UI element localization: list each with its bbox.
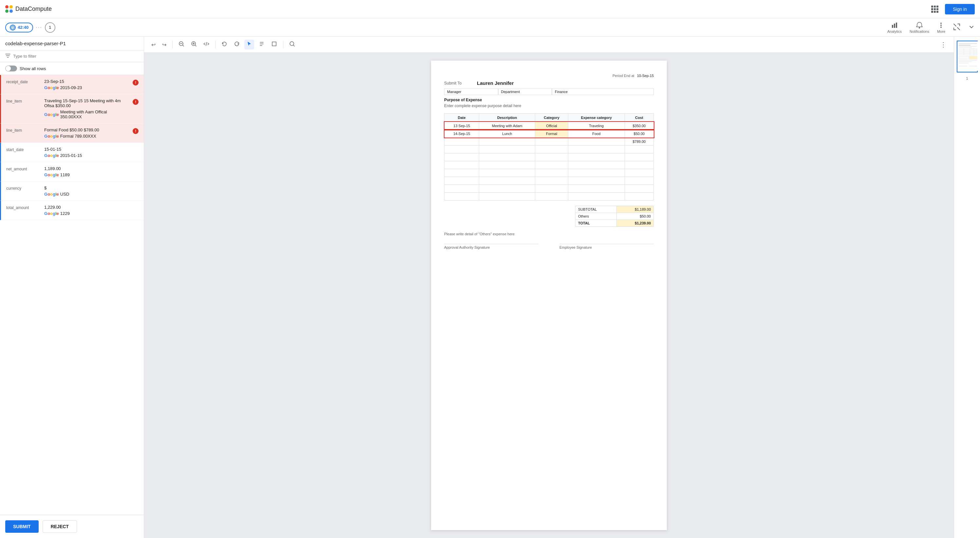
fields-container: receipt_date 23-Sep-15 Google 2015-09-23…: [0, 75, 144, 515]
undo-button[interactable]: ↩: [150, 40, 158, 49]
show-all-label: Show all rows: [20, 66, 46, 71]
field-parsed: Google 2015-09-23: [44, 85, 127, 90]
manager-dept-row: Manager Department Finance: [444, 89, 654, 95]
purpose-text: Enter complete expense purpose detail he…: [444, 103, 654, 108]
field-name: net_amount: [6, 166, 39, 171]
toggle-thumb: [6, 66, 11, 71]
google-g-icon: Google: [44, 173, 59, 177]
zoom-in-button[interactable]: [189, 40, 199, 49]
step-number: 1: [45, 22, 56, 33]
approval-label: Approval Authority Signature: [444, 244, 538, 249]
subtotal-label: SUBTOTAL: [576, 206, 617, 213]
table-row-empty: [444, 177, 654, 185]
field-raw: 23-Sep-15: [44, 79, 127, 84]
reject-button[interactable]: REJECT: [43, 520, 77, 533]
manager-label: Manager: [444, 89, 498, 95]
table-row-empty: [444, 145, 654, 153]
chevron-down-icon[interactable]: [968, 24, 975, 31]
analytics-action[interactable]: Analytics: [887, 22, 902, 33]
filter-icon: [5, 53, 11, 59]
cell-exp-cat: Food: [568, 130, 625, 138]
svg-point-6: [940, 25, 942, 26]
svg-rect-24: [959, 56, 969, 59]
subtotal-value: $1,189.00: [617, 206, 654, 213]
period-end-value: 10-Sep-15: [637, 74, 654, 78]
doc-viewer: Period End at 10-Sep-15 Submit To Lauren…: [144, 53, 954, 538]
submit-button[interactable]: SUBMIT: [5, 520, 39, 533]
cell-desc: [479, 138, 535, 145]
field-name: line_item: [6, 127, 39, 133]
field-row: receipt_date 23-Sep-15 Google 2015-09-23…: [0, 75, 144, 94]
field-row: total_amount 1,229.00 Google 1229: [0, 201, 144, 220]
period-end-label: Period End at: [612, 74, 635, 78]
col-expense-category: Expense category: [568, 114, 625, 122]
right-panel: 1: [954, 37, 980, 538]
grid-icon[interactable]: [931, 6, 939, 13]
cell-cat: Official: [535, 122, 568, 130]
field-raw: 1,229.00: [44, 205, 138, 210]
more-action[interactable]: More: [937, 22, 945, 33]
cursor-button[interactable]: [257, 40, 267, 49]
redo-button[interactable]: ↪: [160, 40, 169, 49]
field-parsed: Google 1189: [44, 172, 138, 177]
field-parsed-value: 1189: [60, 172, 70, 177]
field-parsed-value: 2015-01-15: [60, 153, 82, 158]
toolbar-more-button[interactable]: ⋮: [938, 39, 948, 50]
table-row: 13 Sep-15 Meeting with Adam Official Tra…: [444, 122, 654, 130]
table-row-empty: [444, 193, 654, 201]
error-icon: !: [133, 80, 138, 86]
crop-button[interactable]: [269, 40, 279, 49]
department-label: Department: [498, 89, 552, 95]
others-value: $50.00: [617, 213, 654, 220]
show-all-row: Show all rows: [0, 62, 144, 75]
others-label: Others: [576, 213, 617, 220]
field-name: total_amount: [6, 205, 39, 210]
cell-cost: $789.00: [625, 138, 654, 145]
show-all-toggle[interactable]: [5, 65, 17, 72]
doc-page: Period End at 10-Sep-15 Submit To Lauren…: [431, 60, 667, 530]
field-values: Traveling 15-Sep-15 15 Meeting with 4m O…: [44, 98, 127, 119]
left-panel: codelab-expense-parser-P1 Show all rows …: [0, 37, 144, 538]
google-g-icon: Google: [44, 153, 59, 158]
notifications-action[interactable]: Notifications: [910, 22, 929, 33]
total-label: TOTAL: [576, 220, 617, 227]
submit-to-row: Submit To Lauren Jennifer: [444, 80, 654, 86]
svg-point-11: [290, 41, 294, 46]
code-button[interactable]: [201, 40, 211, 49]
nav-right: Sign in: [931, 4, 975, 14]
divider-2: [215, 41, 216, 48]
field-parsed-value: USD: [60, 192, 69, 197]
cell-cost: $50.00: [625, 130, 654, 138]
select-button[interactable]: [244, 40, 254, 49]
sign-in-button[interactable]: Sign in: [945, 4, 975, 14]
field-raw: Traveling 15-Sep-15 15 Meeting with 4m O…: [44, 98, 127, 108]
filter-row: [0, 51, 144, 62]
svg-rect-26: [959, 60, 977, 60]
page-thumbnail[interactable]: [957, 41, 978, 72]
refresh-button[interactable]: [232, 40, 242, 49]
error-icon: !: [133, 128, 138, 134]
subtotal-section: SUBTOTAL $1,189.00 Others $50.00 TOTAL $…: [444, 206, 654, 227]
svg-rect-14: [959, 45, 970, 46]
field-raw: 1,189.00: [44, 166, 138, 171]
field-values: Formal Food $50.00 $789.00 Google Formal…: [44, 127, 127, 138]
zoom-out-button[interactable]: [177, 40, 186, 49]
field-name: line_item: [6, 98, 39, 103]
field-values: 1,229.00 Google 1229: [44, 205, 138, 216]
total-value: $1,239.00: [617, 220, 654, 227]
field-values: $ Google USD: [44, 185, 138, 197]
cell-desc: Meeting with Adam: [479, 122, 535, 130]
svg-point-5: [940, 22, 942, 24]
notifications-label: Notifications: [910, 30, 929, 33]
expand-button[interactable]: [953, 23, 960, 32]
svg-rect-25: [969, 56, 977, 59]
google-g-icon: Google: [44, 192, 59, 196]
history-button[interactable]: [220, 40, 229, 49]
logo-area: DataCompute: [5, 5, 52, 13]
field-parsed: Google Meeting with Aam Offical 350.00XX…: [44, 110, 127, 119]
analytics-label: Analytics: [887, 30, 902, 33]
svg-rect-3: [896, 22, 897, 28]
filter-input[interactable]: [13, 54, 138, 59]
field-row: start_date 15-01-15 Google 2015-01-15: [0, 143, 144, 162]
search-doc-button[interactable]: [287, 40, 297, 49]
